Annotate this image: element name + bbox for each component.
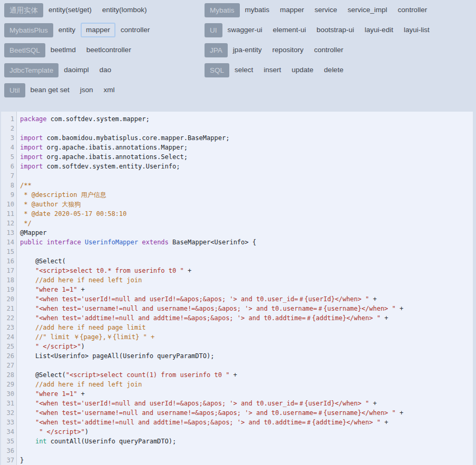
code-line: 1package com.softdev.system.mapper; — [1, 114, 473, 124]
code-token: @Select( — [20, 371, 66, 379]
line-number: 11 — [1, 209, 17, 219]
code-token — [20, 381, 35, 388]
template-option-swagger-ui[interactable]: swagger-ui — [222, 23, 268, 37]
template-option-xml[interactable]: xml — [99, 83, 120, 97]
code-token: org.apache.ibatis.annotations.Mapper; — [43, 144, 188, 151]
line-content: @Select( — [17, 256, 66, 266]
template-option-bean-get-set[interactable]: bean get set — [25, 83, 75, 97]
template-option-daoimpl[interactable]: daoimpl — [59, 63, 94, 77]
line-content: "where 1=1" + — [17, 389, 85, 399]
template-option-layui-list[interactable]: layui-list — [399, 23, 435, 37]
line-content: @Mapper — [17, 228, 47, 238]
template-option-service-impl[interactable]: service_impl — [343, 3, 393, 17]
code-token: import — [20, 144, 43, 151]
line-content — [17, 124, 20, 133]
code-token — [20, 419, 35, 426]
template-option-controller[interactable]: controller — [115, 23, 156, 37]
line-content: import com.baomidou.mybatisplus.core.map… — [17, 133, 229, 143]
line-number: 25 — [1, 342, 17, 351]
template-option-entity[interactable]: entity — [53, 23, 81, 37]
line-number: 8 — [1, 181, 17, 190]
line-content: * @date 2020-05-17 00:58:10 — [17, 209, 127, 219]
line-content: import org.apache.ibatis.annotations.Map… — [17, 143, 188, 152]
template-option-delete[interactable]: delete — [319, 63, 349, 77]
code-token: import — [20, 163, 43, 170]
template-option-controller[interactable]: controller — [393, 3, 433, 17]
line-content: List<Userinfo> pageAll(Userinfo queryPar… — [17, 351, 214, 361]
template-option-service[interactable]: service — [309, 3, 343, 17]
line-number: 10 — [1, 200, 17, 209]
code-token: //add here if need left join — [35, 276, 142, 284]
line-number: 20 — [1, 294, 17, 304]
template-groups-left: 通用实体entity(set/get)entity(lombok)Mybatis… — [4, 3, 205, 97]
code-line: 24 //" limit ￥{page},￥{limit} " + — [1, 332, 473, 342]
template-option-repository[interactable]: repository — [267, 43, 309, 57]
line-content — [17, 171, 20, 181]
line-number: 16 — [1, 256, 17, 266]
line-content: //add here if need left join — [17, 380, 142, 389]
template-option-mybatis[interactable]: mybatis — [240, 3, 275, 17]
code-token: public — [20, 239, 43, 246]
code-token: com.softdev.system.mapper; — [47, 115, 150, 123]
group-badge-group: 通用实体 — [4, 3, 43, 17]
code-token: @Select( — [20, 258, 66, 265]
code-token: + — [184, 267, 191, 274]
group-badge-util: Util — [4, 83, 25, 97]
code-token — [20, 409, 35, 417]
line-number: 17 — [1, 266, 17, 275]
line-number: 21 — [1, 304, 17, 313]
template-option-element-ui[interactable]: element-ui — [268, 23, 312, 37]
code-token: + — [396, 305, 403, 312]
code-line: 9 * @description 用户信息 — [1, 190, 473, 200]
template-option-controller[interactable]: controller — [309, 43, 349, 57]
line-number: 34 — [1, 427, 17, 437]
code-token: /** — [20, 182, 32, 189]
code-token: int — [35, 438, 47, 445]
code-token: UserinfoMapper — [85, 239, 138, 246]
line-content: //" limit ￥{page},￥{limit} " + — [17, 332, 154, 342]
code-line: 6import com.softdev.system.entity.Userin… — [1, 162, 473, 171]
code-line: 11 * @date 2020-05-17 00:58:10 — [1, 209, 473, 219]
code-line: 8/** — [1, 181, 473, 190]
template-option-mapper[interactable]: mapper — [81, 23, 115, 37]
template-option-select[interactable]: select — [229, 63, 258, 77]
code-token: "where 1=1" — [35, 286, 77, 293]
code-token: "<when test='username!=null and username… — [35, 305, 396, 312]
line-content: /** — [17, 181, 32, 190]
template-group-group: 通用实体entity(set/get)entity(lombok) — [4, 3, 205, 17]
code-token: + — [396, 409, 403, 417]
template-option-update[interactable]: update — [286, 63, 318, 77]
line-number: 27 — [1, 361, 17, 370]
code-token — [20, 324, 35, 331]
line-number: 9 — [1, 190, 17, 200]
code-line: 12 */ — [1, 219, 473, 228]
line-number: 2 — [1, 124, 17, 133]
code-token: ) — [85, 428, 89, 436]
code-line: 21 "<when test='username!=null and usern… — [1, 304, 473, 313]
template-option-dao[interactable]: dao — [94, 63, 117, 77]
template-option-entity-set-get-[interactable]: entity(set/get) — [43, 3, 97, 17]
template-option-bootstrap-ui[interactable]: bootstrap-ui — [312, 23, 360, 37]
code-token: interface — [47, 239, 81, 246]
template-option-beetlmd[interactable]: beetlmd — [45, 43, 81, 57]
line-number: 23 — [1, 323, 17, 332]
template-option-insert[interactable]: insert — [258, 63, 286, 77]
template-option-mapper[interactable]: mapper — [275, 3, 309, 17]
template-option-jpa-entity[interactable]: jpa-entity — [228, 43, 267, 57]
template-group-ui: UIswagger-uielement-uibootstrap-uilayui-… — [205, 23, 476, 37]
template-option-entity-lombok-[interactable]: entity(lombok) — [97, 3, 152, 17]
code-token: + — [381, 419, 388, 426]
code-line: 22 "<when test='addtime!=null and addtim… — [1, 313, 473, 323]
code-token: */ — [20, 220, 32, 227]
code-token: + — [77, 390, 84, 398]
line-number: 36 — [1, 446, 17, 456]
line-content: @Select("<script>select count(1) from us… — [17, 370, 237, 380]
code-line: 7 — [1, 171, 473, 181]
code-token: "<when test='username!=null and username… — [35, 409, 396, 417]
line-content: int countAll(Userinfo queryParamDTO); — [17, 437, 176, 446]
template-option-layui-edit[interactable]: layui-edit — [360, 23, 399, 37]
template-option-json[interactable]: json — [75, 83, 99, 97]
line-content — [17, 446, 20, 456]
template-option-beetlcontroller[interactable]: beetlcontroller — [81, 43, 137, 57]
code-line: 30 "where 1=1" + — [1, 389, 473, 399]
